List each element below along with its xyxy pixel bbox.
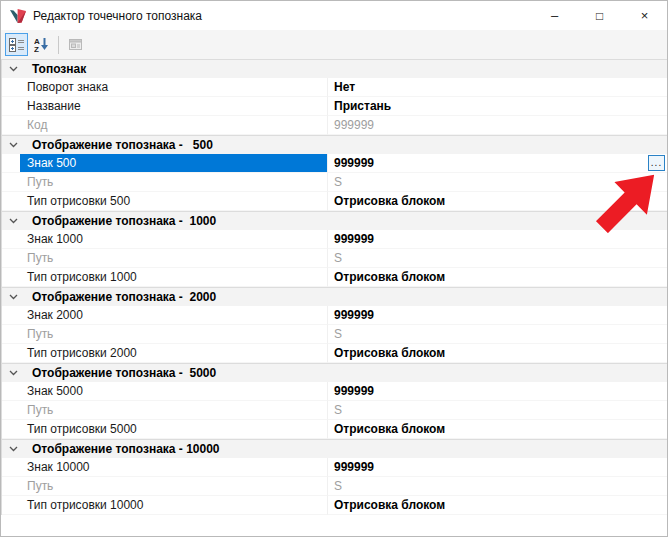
property-row[interactable]: Знак 500999999... <box>2 154 667 173</box>
property-row[interactable]: ПутьS <box>2 477 667 496</box>
property-label[interactable]: Знак 500 <box>20 154 328 173</box>
property-row[interactable]: Код999999 <box>2 116 667 135</box>
row-indent <box>2 173 20 192</box>
row-indent <box>2 420 20 439</box>
category-label: Отображение топознака - 5000 <box>32 364 216 382</box>
category-header[interactable]: Отображение топознака - 1000 <box>2 211 667 230</box>
ellipsis-editor-button[interactable]: ... <box>648 155 665 171</box>
toolbar: A Z <box>1 30 667 59</box>
property-value[interactable]: 999999 <box>328 382 667 401</box>
chevron-down-icon[interactable] <box>9 142 19 149</box>
property-row[interactable]: ПутьS <box>2 249 667 268</box>
property-value[interactable]: 999999 <box>328 306 667 325</box>
property-label[interactable]: Знак 10000 <box>20 458 328 477</box>
sort-az-icon: A Z <box>34 37 49 52</box>
property-row[interactable]: Тип отрисовки 500Отрисовка блоком <box>2 192 667 211</box>
row-indent <box>2 78 20 97</box>
category-label: Топознак <box>32 60 86 78</box>
category-header[interactable]: Отображение топознака - 10000 <box>2 439 667 458</box>
property-label[interactable]: Тип отрисовки 5000 <box>20 420 328 439</box>
property-row[interactable]: НазваниеПристань <box>2 97 667 116</box>
property-label[interactable]: Путь <box>20 477 328 496</box>
property-value[interactable]: Отрисовка блоком <box>328 420 667 439</box>
property-row[interactable]: Знак 5000999999 <box>2 382 667 401</box>
property-value: S <box>328 173 667 192</box>
category-label: Отображение топознака - 1000 <box>32 212 216 230</box>
categorized-view-button[interactable] <box>5 33 28 56</box>
property-label[interactable]: Путь <box>20 325 328 344</box>
property-row[interactable]: Тип отрисовки 2000Отрисовка блоком <box>2 344 667 363</box>
close-button[interactable]: × <box>622 1 667 30</box>
category-header[interactable]: Отображение топознака - 2000 <box>2 287 667 306</box>
row-indent <box>2 230 20 249</box>
window-title: Редактор точечного топознака <box>33 9 202 23</box>
row-indent <box>2 268 20 287</box>
category-label: Отображение топознака - 2000 <box>32 288 216 306</box>
property-value[interactable]: 999999 <box>328 230 667 249</box>
property-label[interactable]: Знак 1000 <box>20 230 328 249</box>
property-value[interactable]: Пристань <box>328 97 667 116</box>
property-label[interactable]: Тип отрисовки 1000 <box>20 268 328 287</box>
property-row[interactable]: ПутьS <box>2 173 667 192</box>
property-value: S <box>328 401 667 420</box>
chevron-down-icon[interactable] <box>9 294 19 301</box>
chevron-down-icon[interactable] <box>9 218 19 225</box>
row-indent <box>2 97 20 116</box>
property-value: S <box>328 249 667 268</box>
property-grid: ТопознакПоворот знакаНетНазваниеПристань… <box>1 59 667 515</box>
property-value: S <box>328 477 667 496</box>
category-header[interactable]: Отображение топознака - 5000 <box>2 363 667 382</box>
category-label: Отображение топознака - 500 <box>32 136 213 154</box>
row-indent <box>2 496 20 515</box>
property-row[interactable]: ПутьS <box>2 325 667 344</box>
svg-text:Z: Z <box>34 45 39 52</box>
property-label[interactable]: Знак 2000 <box>20 306 328 325</box>
app-logo-icon <box>9 8 27 24</box>
row-indent <box>2 249 20 268</box>
property-label[interactable]: Тип отрисовки 500 <box>20 192 328 211</box>
toolbar-separator <box>58 36 59 54</box>
row-indent <box>2 401 20 420</box>
property-row[interactable]: Поворот знакаНет <box>2 78 667 97</box>
property-value[interactable]: Отрисовка блоком <box>328 344 667 363</box>
property-label[interactable]: Поворот знака <box>20 78 328 97</box>
property-row[interactable]: Знак 1000999999 <box>2 230 667 249</box>
categorized-view-icon <box>9 38 24 52</box>
alphabetical-sort-button[interactable]: A Z <box>30 33 53 56</box>
chevron-down-icon[interactable] <box>9 66 19 73</box>
property-row[interactable]: Тип отрисовки 10000Отрисовка блоком <box>2 496 667 515</box>
chevron-down-icon[interactable] <box>9 370 19 377</box>
category-label: Отображение топознака - 10000 <box>32 440 220 458</box>
property-row[interactable]: Тип отрисовки 5000Отрисовка блоком <box>2 420 667 439</box>
row-indent <box>2 477 20 496</box>
property-label[interactable]: Тип отрисовки 2000 <box>20 344 328 363</box>
property-row[interactable]: Знак 2000999999 <box>2 306 667 325</box>
property-row[interactable]: ПутьS <box>2 401 667 420</box>
row-indent <box>2 116 20 135</box>
property-value[interactable]: Отрисовка блоком <box>328 192 667 211</box>
property-row[interactable]: Знак 10000999999 <box>2 458 667 477</box>
property-value: 999999 <box>328 116 667 135</box>
property-label[interactable]: Путь <box>20 401 328 420</box>
property-value[interactable]: 999999 <box>328 458 667 477</box>
property-value[interactable]: Отрисовка блоком <box>328 496 667 515</box>
property-value[interactable]: Отрисовка блоком <box>328 268 667 287</box>
minimize-button[interactable]: – <box>532 1 577 30</box>
row-indent <box>2 154 20 173</box>
row-indent <box>2 306 20 325</box>
row-indent <box>2 458 20 477</box>
property-label[interactable]: Путь <box>20 173 328 192</box>
property-label[interactable]: Название <box>20 97 328 116</box>
property-label[interactable]: Знак 5000 <box>20 382 328 401</box>
chevron-down-icon[interactable] <box>9 446 19 453</box>
category-header[interactable]: Отображение топознака - 500 <box>2 135 667 154</box>
property-value[interactable]: Нет <box>328 78 667 97</box>
property-label[interactable]: Тип отрисовки 10000 <box>20 496 328 515</box>
category-header[interactable]: Топознак <box>2 59 667 78</box>
titlebar: Редактор точечного топознака – □ × <box>1 1 667 30</box>
property-value[interactable]: 999999... <box>328 154 667 173</box>
property-row[interactable]: Тип отрисовки 1000Отрисовка блоком <box>2 268 667 287</box>
maximize-button[interactable]: □ <box>577 1 622 30</box>
property-label[interactable]: Код <box>20 116 328 135</box>
property-label[interactable]: Путь <box>20 249 328 268</box>
